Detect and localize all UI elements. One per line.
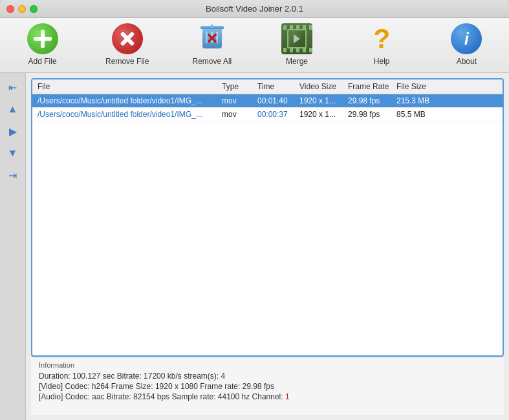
table-row[interactable]: /Users/coco/Music/untitled folder/video1… — [32, 108, 503, 121]
remove-all-icon — [197, 23, 228, 54]
move-bottom-icon: ⇥ — [8, 169, 17, 182]
file-list-header: File Type Time Video Size Frame Rate Fil… — [32, 79, 503, 94]
info-title: Information — [39, 361, 496, 369]
file-list-body: /Users/coco/Music/untitled folder/video1… — [32, 94, 503, 355]
merge-icon — [281, 23, 312, 54]
file-vsize-1: 1920 x 1... — [299, 96, 348, 105]
move-up-icon: ▲ — [8, 103, 18, 115]
remove-all-label: Remove All — [193, 57, 232, 66]
minimize-button[interactable] — [18, 5, 26, 13]
move-down-button[interactable]: ▼ — [4, 144, 22, 162]
add-file-icon — [27, 23, 58, 54]
content-area: ⇤ ▲ ▶ ▼ ⇥ File Type Time V — [0, 73, 509, 420]
window-controls — [6, 5, 38, 13]
file-path-1: /Users/coco/Music/untitled folder/video1… — [38, 96, 222, 105]
about-icon: i — [451, 23, 482, 54]
help-label: Help — [374, 57, 390, 66]
about-label: About — [457, 57, 477, 66]
file-time-2: 00:00:37 — [257, 110, 299, 119]
info-line-1: Duration: 100.127 sec Bitrate: 17200 kb/… — [39, 372, 496, 381]
close-button[interactable] — [6, 5, 14, 13]
col-header-fsize: File Size — [396, 82, 442, 91]
merge-button[interactable]: Merge — [271, 23, 323, 66]
remove-file-label: Remove File — [105, 57, 149, 66]
file-fps-1: 29.98 fps — [348, 96, 396, 105]
toolbar: Add File Remove File — [0, 18, 509, 73]
titlebar: Boilsoft Video Joiner 2.0.1 — [0, 0, 509, 18]
preview-icon: ▶ — [9, 125, 17, 138]
move-down-icon: ▼ — [8, 147, 18, 159]
maximize-button[interactable] — [30, 5, 38, 13]
file-fps-2: 29.98 fps — [348, 110, 396, 119]
info-audio-prefix: [Audio] Codec: aac Bitrate: 82154 bps Sa… — [39, 392, 285, 401]
help-button[interactable]: ? Help — [356, 23, 407, 66]
move-bottom-button[interactable]: ⇥ — [4, 166, 22, 184]
col-header-time: Time — [257, 82, 299, 91]
info-line-3: [Audio] Codec: aac Bitrate: 82154 bps Sa… — [39, 392, 496, 401]
move-top-button[interactable]: ⇤ — [4, 78, 22, 96]
help-icon: ? — [366, 23, 397, 54]
main-window: Boilsoft Video Joiner 2.0.1 Add File — [0, 0, 509, 420]
remove-file-icon — [112, 23, 143, 54]
remove-all-button[interactable]: Remove All — [186, 23, 238, 66]
file-vsize-2: 1920 x 1... — [299, 110, 348, 119]
table-row[interactable]: /Users/coco/Music/untitled folder/video1… — [32, 94, 503, 108]
col-header-fps: Frame Rate — [348, 82, 396, 91]
add-file-label: Add File — [28, 57, 57, 66]
info-channel-value: 1 — [285, 392, 290, 401]
file-fsize-2: 85.5 MB — [396, 110, 442, 119]
col-header-file: File — [38, 82, 222, 91]
about-button[interactable]: i About — [440, 23, 492, 66]
file-path-2: /Users/coco/Music/untitled folder/video1… — [38, 110, 222, 119]
file-type-1: mov — [222, 96, 257, 105]
file-fsize-1: 215.3 MB — [396, 96, 442, 105]
merge-label: Merge — [286, 57, 308, 66]
col-header-type: Type — [222, 82, 257, 91]
main-area: File Type Time Video Size Frame Rate Fil… — [26, 73, 509, 420]
file-time-1: 00:01:40 — [257, 96, 299, 105]
add-file-button[interactable]: Add File — [17, 23, 69, 66]
move-up-button[interactable]: ▲ — [4, 100, 22, 118]
window-title: Boilsoft Video Joiner 2.0.1 — [206, 4, 303, 14]
info-video-prefix: [Video] Codec: h264 Frame Size: 1920 x 1… — [39, 382, 274, 391]
file-list: File Type Time Video Size Frame Rate Fil… — [31, 78, 504, 357]
remove-file-button[interactable]: Remove File — [102, 23, 153, 66]
sidebar: ⇤ ▲ ▶ ▼ ⇥ — [0, 73, 26, 420]
preview-button[interactable]: ▶ — [4, 122, 22, 140]
col-header-vsize: Video Size — [299, 82, 348, 91]
info-panel: Information Duration: 100.127 sec Bitrat… — [31, 357, 504, 415]
info-line-2: [Video] Codec: h264 Frame Size: 1920 x 1… — [39, 382, 496, 391]
move-top-icon: ⇤ — [8, 81, 17, 94]
file-type-2: mov — [222, 110, 257, 119]
